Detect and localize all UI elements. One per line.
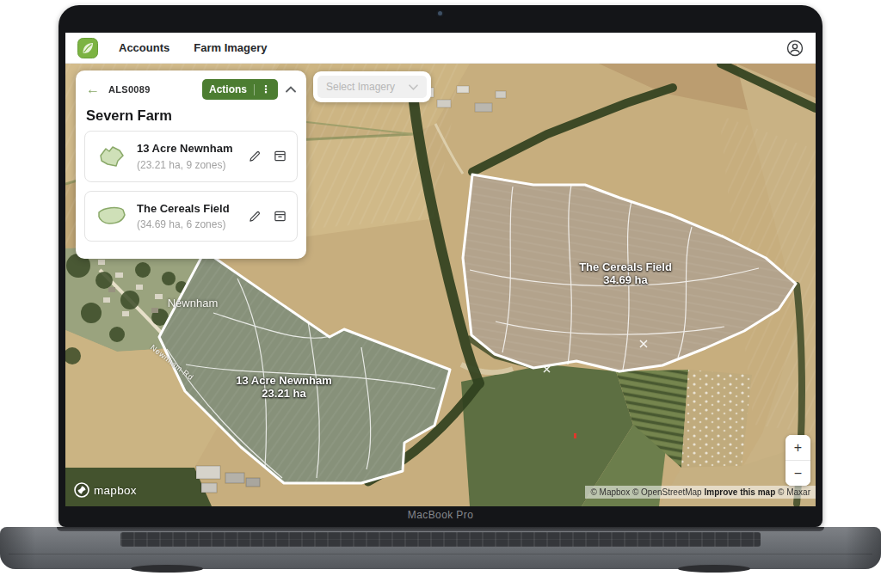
map-red-marker — [574, 433, 576, 438]
improve-this-map-link[interactable]: Improve this map — [704, 487, 775, 497]
chevron-up-icon — [286, 86, 296, 93]
mapbox-icon — [74, 482, 89, 498]
nav-item-farm-imagery[interactable]: Farm Imagery — [194, 41, 267, 54]
field-name: The Cereals Field — [137, 202, 230, 215]
field-shape-icon — [95, 203, 128, 229]
field-name: 13 Acre Newnham — [137, 142, 233, 155]
user-account-icon[interactable] — [786, 40, 804, 57]
field-card-cereals[interactable]: The Cereals Field (34.69 ha, 6 zones) — [84, 191, 298, 242]
field-meta: (23.21 ha, 9 zones) — [137, 159, 225, 171]
attribution-text: © Mapbox © OpenStreetMap — [590, 487, 704, 497]
zoom-in-button[interactable]: + — [786, 435, 810, 460]
screenshot-stage: The Cereals Field 34.69 ha 13 Acre Newnh… — [0, 0, 881, 588]
field-shape-icon — [95, 144, 128, 169]
map-zoom-control: + − — [786, 435, 810, 486]
imagery-select-card: Select Imagery — [313, 71, 431, 102]
attribution-suffix: © Maxar — [775, 487, 810, 497]
archive-box-icon[interactable] — [274, 210, 286, 223]
place-label-newnham: Newnham — [168, 297, 219, 309]
mapbox-wordmark: mapbox — [94, 484, 137, 497]
map-label-newnham-name: 13 Acre Newnham — [236, 374, 332, 387]
laptop-keyboard — [120, 532, 761, 547]
map-label-cereals-name: The Cereals Field — [579, 260, 672, 273]
field-card-newnham[interactable]: 13 Acre Newnham (23.21 ha, 9 zones) — [84, 131, 298, 182]
zoom-out-button[interactable]: − — [786, 461, 810, 486]
mapbox-logo[interactable]: mapbox — [74, 482, 137, 498]
map-label-newnham: 13 Acre Newnham 23.21 ha — [236, 374, 332, 400]
edit-pencil-icon[interactable] — [249, 150, 262, 162]
map-label-cereals-area: 34.69 ha — [579, 273, 672, 286]
farm-panel: ← ALS0089 Actions ⋮ Severn Farm 13 Acre … — [76, 70, 306, 259]
actions-button-label: Actions — [209, 83, 247, 95]
leaf-logo-icon[interactable] — [77, 38, 98, 58]
farm-name-title: Severn Farm — [76, 101, 306, 131]
laptop-foot-right — [678, 565, 750, 573]
nav-item-accounts[interactable]: Accounts — [119, 41, 169, 54]
actions-button-divider — [254, 84, 255, 95]
map-label-newnham-area: 23.21 ha — [236, 387, 332, 400]
edit-pencil-icon[interactable] — [249, 210, 262, 223]
macbook-pro-label: MacBook Pro — [59, 509, 822, 521]
laptop-base-seam — [9, 554, 872, 554]
app-top-bar: Accounts Farm Imagery — [65, 33, 816, 64]
imagery-select-placeholder: Select Imagery — [326, 81, 395, 93]
map-attribution: © Mapbox © OpenStreetMap Improve this ma… — [585, 486, 816, 499]
field-card-text: 13 Acre Newnham (23.21 ha, 9 zones) — [137, 140, 240, 173]
app-screen: The Cereals Field 34.69 ha 13 Acre Newnh… — [65, 33, 816, 506]
archive-box-icon[interactable] — [274, 150, 286, 162]
chevron-down-icon — [409, 84, 418, 90]
laptop-foot-left — [131, 565, 203, 573]
field-meta: (34.69 ha, 6 zones) — [137, 218, 225, 230]
actions-button[interactable]: Actions ⋮ — [202, 79, 278, 100]
webcam-dot — [438, 11, 442, 15]
imagery-select[interactable]: Select Imagery — [317, 76, 427, 98]
account-id: ALS0089 — [108, 84, 151, 95]
field-card-text: The Cereals Field (34.69 ha, 6 zones) — [137, 200, 240, 233]
back-arrow-button[interactable]: ← — [86, 83, 100, 96]
laptop-hinge — [57, 527, 824, 531]
collapse-panel-button[interactable] — [286, 86, 296, 93]
farm-panel-header: ← ALS0089 Actions ⋮ — [76, 70, 306, 101]
map-label-cereals: The Cereals Field 34.69 ha — [579, 260, 672, 286]
kebab-menu-icon: ⋮ — [261, 84, 271, 95]
